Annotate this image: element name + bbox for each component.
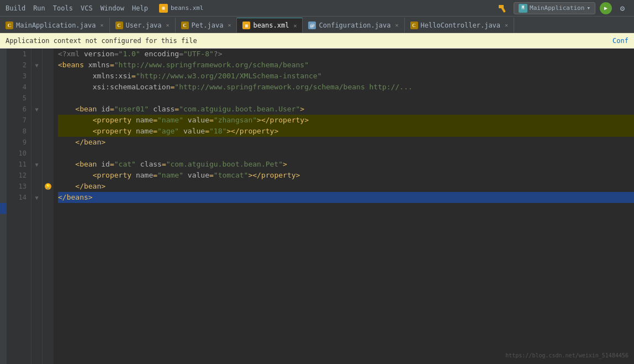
gutter-4 [43,82,54,93]
tab-user[interactable]: C User.java ✕ [110,18,176,33]
code-line-10 [58,148,634,159]
code-line-9: </bean> [58,137,634,148]
menu-run[interactable]: Run [33,4,45,12]
tab-configuration[interactable]: @ Configuration.java ✕ [303,18,404,33]
tab-icon-configuration: @ [308,22,316,29]
tab-label-main-application: MainApplication.java [16,22,96,29]
line-numbers: 1 2 3 4 5 6 7 8 9 10 11 12 13 14 [7,49,31,364]
hammer-icon[interactable] [497,2,509,14]
gutter-12 [43,170,54,181]
line-num-3: 3 [7,71,31,82]
menu-window[interactable]: Window [101,4,124,12]
editor-area: 1 2 3 4 5 6 7 8 9 10 11 12 13 14 ▼ ▼ ▼ ▼ [0,49,634,364]
gutter-13: 💡 [43,181,54,192]
chevron-down-icon: ▾ [587,4,590,12]
gutter-14 [43,192,54,203]
fold-12 [31,170,42,181]
code-line-3: xmlns:xsi="http://www.w3.org/2001/XMLSch… [58,71,634,82]
fold-area: ▼ ▼ ▼ ▼ [31,49,43,364]
tab-icon-main-application: C [6,22,13,29]
xml-file-icon: ▦ [159,4,168,13]
tab-close-configuration[interactable]: ✕ [395,22,399,28]
tab-label-configuration: Configuration.java [319,22,390,29]
line-num-1: 1 [7,49,31,60]
fold-7 [31,115,42,126]
tab-close-main-application[interactable]: ✕ [101,22,104,28]
tab-hello-controller[interactable]: C HelloController.java ✕ [405,18,515,33]
left-sidebar-marker [0,203,7,214]
fold-11[interactable]: ▼ [31,159,42,170]
code-line-5 [58,93,634,104]
gutter-2 [43,60,54,71]
bulb-icon[interactable]: 💡 [45,183,51,190]
code-line-2: <beans xmlns="http://www.springframework… [58,60,634,71]
fold-14[interactable]: ▼ [31,192,42,203]
line-num-4: 4 [7,82,31,93]
gutter-5 [43,93,54,104]
tab-label-user: User.java [126,22,162,29]
line-num-13: 13 [7,181,31,192]
fold-3 [31,71,42,82]
title-bar: Build Run Tools VCS Window Help ▦ beans.… [0,0,634,17]
line-num-8: 8 [7,126,31,137]
tab-beans-xml[interactable]: ▦ beans.xml ✕ [237,18,303,33]
fold-2[interactable]: ▼ [31,60,42,71]
line-num-10: 10 [7,148,31,159]
code-line-1: <?xml version="1.0" encoding="UTF-8"?> [58,49,634,60]
gutter-9 [43,137,54,148]
menu-bar: Build Run Tools VCS Window Help [6,4,148,12]
menu-vcs[interactable]: VCS [81,4,93,12]
gutter-7 [43,115,54,126]
fold-4 [31,82,42,93]
run-controls: M MainApplication ▾ ▶ ⚙ [497,2,628,14]
tab-close-beans-xml[interactable]: ✕ [293,23,297,29]
line-num-12: 12 [7,170,31,181]
tab-close-hello-controller[interactable]: ✕ [505,22,508,28]
run-configuration-selector[interactable]: M MainApplication ▾ [514,2,595,14]
run-config-label: MainApplication [530,4,584,12]
line-num-6: 6 [7,104,31,115]
tab-main-application[interactable]: C MainApplication.java ✕ [0,18,110,33]
line-num-11: 11 [7,159,31,170]
tab-pet[interactable]: C Pet.java ✕ [176,18,237,33]
fold-13 [31,181,42,192]
tab-close-pet[interactable]: ✕ [228,22,231,28]
gutter-10 [43,148,54,159]
menu-tools[interactable]: Tools [53,4,73,12]
file-breadcrumb: ▦ beans.xml [159,4,204,13]
line-num-7: 7 [7,115,31,126]
code-line-12: <property name="name" value="tomcat"></p… [58,170,634,181]
code-line-14: </beans> [58,192,634,203]
gutter-3 [43,71,54,82]
fold-9 [31,137,42,148]
tab-label-pet: Pet.java [192,22,224,29]
settings-icon[interactable]: ⚙ [616,2,628,14]
code-line-4: xsi:schemaLocation="http://www.springfra… [58,82,634,93]
configure-link[interactable]: Conf [612,37,628,45]
run-config-icon: M [519,4,527,13]
line-num-14: 14 [7,192,31,203]
menu-build[interactable]: Build [6,4,25,12]
fold-8 [31,126,42,137]
notification-message: Application context not configured for t… [6,37,197,45]
gutter-6 [43,104,54,115]
code-line-8: <property name="age" value="18"></proper… [58,126,634,137]
line-num-9: 9 [7,137,31,148]
run-button[interactable]: ▶ [600,2,612,14]
tab-close-user[interactable]: ✕ [166,22,170,28]
tab-icon-pet: C [181,22,189,29]
watermark: https://blog.csdn.net/weixin_51484456 [505,352,628,358]
notification-bar: Application context not configured for t… [0,33,634,49]
menu-help[interactable]: Help [132,4,148,12]
line-num-2: 2 [7,60,31,71]
code-editor[interactable]: <?xml version="1.0" encoding="UTF-8"?> <… [54,49,634,364]
tab-label-hello-controller: HelloController.java [421,22,501,29]
gutter-11 [43,159,54,170]
fold-6[interactable]: ▼ [31,104,42,115]
code-line-7: <property name="name" value="zhangsan"><… [58,115,634,126]
code-line-13: </bean> [58,181,634,192]
gutter-area: 💡 [43,49,54,364]
code-line-11: <bean id="cat" class="com.atguigu.boot.b… [58,159,634,170]
tab-label-beans-xml: beans.xml [253,22,289,29]
gutter-8 [43,126,54,137]
